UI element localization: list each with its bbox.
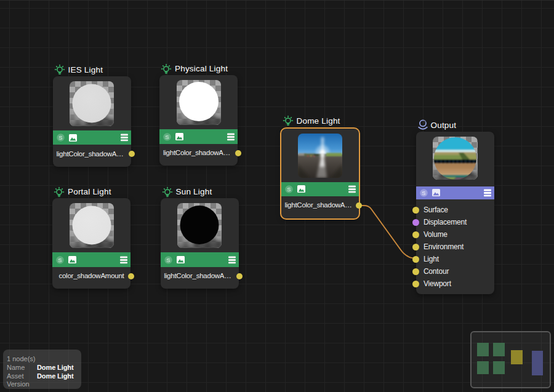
svg-text:S: S bbox=[287, 186, 291, 193]
svg-text:S: S bbox=[165, 133, 169, 140]
svg-text:S: S bbox=[422, 189, 425, 196]
svg-text:S: S bbox=[58, 256, 62, 263]
svg-text:S: S bbox=[58, 134, 62, 141]
svg-text:S: S bbox=[166, 256, 170, 263]
